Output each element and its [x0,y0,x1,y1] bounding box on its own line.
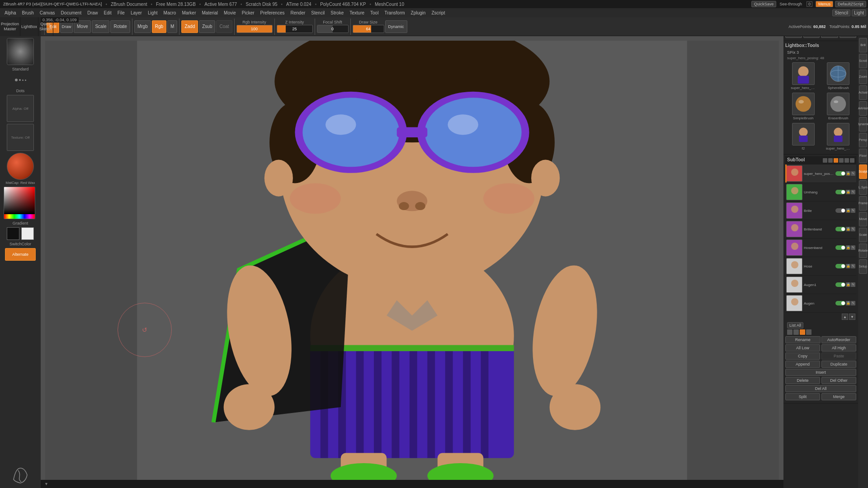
tool-btn-persp[interactable]: Persp [859,133,867,147]
subtool-item-Hosenband[interactable]: Hosenband🔒✎ [785,239,856,257]
subtool-icon-3[interactable] [834,158,838,163]
tool-btn-frame[interactable]: Frame [859,196,867,211]
subtool-toggle-Hosenband[interactable] [835,245,845,250]
scroll-up-arrow[interactable]: ▲ [842,314,848,320]
scale-button[interactable]: Scale [92,20,109,33]
tool-btn-zoom[interactable]: Zoom [859,70,867,84]
menu-item-texture[interactable]: Texture [347,9,367,16]
lightbox-item-f2[interactable]: f2 [786,122,821,151]
material-preview[interactable] [7,153,34,180]
menu-item-transform[interactable]: Transform [382,9,407,16]
subtool-toggle-Brillenband[interactable] [835,227,845,231]
menu-item-picker[interactable]: Picker [239,9,257,16]
tool-btn-move[interactable]: Move [859,212,867,226]
rgb-button[interactable]: Rgb [152,20,166,33]
del-other-button[interactable]: Del Other [821,377,856,384]
menus-button[interactable]: Menus [816,1,833,7]
white-swatch[interactable] [21,227,34,240]
subtool-icon-4[interactable] [839,158,844,163]
default-zscript-button[interactable]: DefaultZScript [835,1,866,7]
menu-item-stencil[interactable]: Stencil [308,9,327,16]
lightbox-item-aahair[interactable]: super_hero_posing [821,122,856,151]
projection-master-tab[interactable]: ProjectionMaster [0,17,20,36]
subtool-item-super_hero_posing[interactable]: super_hero_posing🔒✎ [785,164,856,183]
subtool-toggle-Hose[interactable] [835,264,845,268]
zadd-button[interactable]: Zadd [181,20,198,33]
all-low-button[interactable]: All Low [785,344,820,352]
list-icon-3[interactable] [800,329,805,335]
canvas-area[interactable]: ↺ [41,36,783,488]
subtool-icon-6[interactable] [850,158,854,163]
menu-item-document[interactable]: Document [58,9,85,16]
hue-bar[interactable] [4,214,35,219]
menu-item-file[interactable]: File [115,9,127,16]
alpha-preview[interactable]: Alpha: Off [7,95,34,122]
menu-item-layer[interactable]: Layer [128,9,145,16]
lightbox-item-1[interactable]: super_hero_posing [786,61,821,91]
lightbox-item-eraser[interactable]: EraserBrush [821,92,856,121]
subtool-item-Augen1[interactable]: Augen1🔒✎ [785,276,856,294]
black-swatch[interactable] [7,227,19,240]
menu-item-alpha[interactable]: Alpha [2,9,19,16]
menu-item-edit[interactable]: Edit [101,9,114,16]
m-button[interactable]: M [167,20,177,33]
tool-btn-actual[interactable]: Actual [859,85,867,100]
menu-item-zscript[interactable]: Zscript [429,9,448,16]
alternate-button[interactable]: Alternate [5,248,36,261]
lightbox-tab[interactable]: LightBox [20,17,38,36]
tool-btn-brill[interactable]: Brill [859,38,867,52]
list-all-button[interactable]: List All [787,322,803,328]
menu-item-preferences[interactable]: Preferences [258,9,288,16]
menu-item-zplugin[interactable]: Zplugin [408,9,429,16]
tool-btn-scroll[interactable]: Scroll [859,54,867,68]
dots-preview[interactable] [7,73,34,87]
tool-btn-sculpt[interactable]: Sculpt [859,164,867,179]
quicksave-button[interactable]: QuickSave [751,1,777,7]
subtool-icon-2[interactable] [828,158,833,163]
menu-item-material[interactable]: Material [199,9,221,16]
scroll-down-arrow[interactable]: ▼ [849,314,855,320]
rename-button[interactable]: Rename [785,336,821,343]
split-button[interactable]: Split [785,393,820,400]
menu-item-macro[interactable]: Macro [161,9,179,16]
list-icon-4[interactable] [806,329,811,335]
color-picker[interactable] [4,187,35,219]
lightbox-item-simple[interactable]: SimpleBrush [786,92,821,121]
del-all-button[interactable]: Del All [785,385,856,392]
subtool-toggle-Umhang[interactable] [835,190,845,194]
tool-btn-rotate[interactable]: Rotate [859,244,867,258]
all-high-button[interactable]: All High [821,344,856,352]
list-icon-2[interactable] [793,329,799,335]
texture-preview[interactable]: Texture: Off [7,124,34,151]
subtool-toggle-Augen1[interactable] [835,282,845,287]
draw-size-slider[interactable]: 64 [353,25,384,33]
tool-btn-setup[interactable]: Setup [859,259,867,274]
tool-btn-l_sym[interactable]: L.Sym [859,180,867,195]
dynamic-button[interactable]: Dynamic [385,20,407,33]
subtool-item-Hose[interactable]: Hose🔒✎ [785,257,856,276]
menu-item-canvas[interactable]: Canvas [37,9,58,16]
menu-item-marker[interactable]: Marker [179,9,198,16]
auto-reorder-button[interactable]: AutoReorder [821,336,857,343]
tool-btn-dynamic[interactable]: Dynamic [859,117,867,131]
copy-button[interactable]: Copy [785,352,820,360]
menu-item-movie[interactable]: Movie [221,9,239,16]
subtool-toggle-Brille[interactable] [835,208,845,213]
tool-btn-floor[interactable]: Floor [859,149,867,163]
zsub-button[interactable]: Zsub [199,20,215,33]
subtool-icon-1[interactable] [823,158,827,163]
subtool-item-Umhang[interactable]: Umhang🔒✎ [785,183,856,202]
brush-preview[interactable] [7,38,34,65]
menu-item-draw[interactable]: Draw [85,9,100,16]
merge-button[interactable]: Merge [821,393,856,400]
stencil-label[interactable]: Stencil [832,9,850,16]
delete-button[interactable]: Delete [785,377,820,384]
duplicate-button[interactable]: Duplicate [821,361,856,368]
menu-item-render[interactable]: Render [288,9,308,16]
tool-btn-scale[interactable]: Scale [859,228,867,242]
coat-button[interactable]: Coat [216,20,232,33]
lightbox-item-sphere[interactable]: SphereBrush [821,61,856,91]
subtool-item-Brillenband[interactable]: Brillenband🔒✎ [785,220,856,239]
z-intensity-slider[interactable]: 25 [277,25,313,33]
mrgb-button[interactable]: Mrgb [134,20,151,33]
